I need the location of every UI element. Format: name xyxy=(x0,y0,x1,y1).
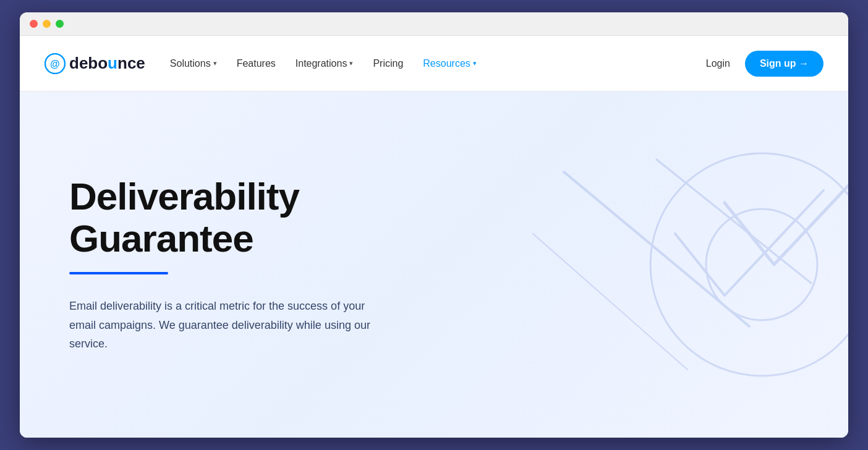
hero-background-decoration xyxy=(440,110,848,419)
traffic-light-green[interactable] xyxy=(56,20,64,28)
browser-chrome xyxy=(20,12,848,36)
nav-link-resources[interactable]: Resources ▾ xyxy=(423,58,476,69)
browser-window: @ debounce Solutions ▾ Features xyxy=(20,12,848,438)
navbar: @ debounce Solutions ▾ Features xyxy=(20,36,848,91)
login-link[interactable]: Login xyxy=(706,58,730,69)
nav-right: Login Sign up → xyxy=(706,51,823,77)
nav-link-features[interactable]: Features xyxy=(237,58,276,69)
nav-item-pricing[interactable]: Pricing xyxy=(373,58,403,69)
hero-underline-decoration xyxy=(69,272,168,274)
nav-links: Solutions ▾ Features Integrations ▾ xyxy=(170,58,477,69)
traffic-light-yellow[interactable] xyxy=(43,20,51,28)
hero-section: Deliverability Guarantee Email deliverab… xyxy=(20,91,848,438)
nav-item-solutions[interactable]: Solutions ▾ xyxy=(170,58,217,69)
chevron-down-icon: ▾ xyxy=(213,59,217,67)
svg-point-2 xyxy=(650,153,848,376)
chevron-down-icon: ▾ xyxy=(473,59,477,67)
nav-link-integrations[interactable]: Integrations ▾ xyxy=(296,58,354,69)
nav-left: @ debounce Solutions ▾ Features xyxy=(45,53,477,74)
nav-link-pricing[interactable]: Pricing xyxy=(373,58,403,69)
logo-text: debounce xyxy=(69,54,145,73)
logo-icon: @ xyxy=(45,53,66,74)
nav-item-integrations[interactable]: Integrations ▾ xyxy=(296,58,354,69)
hero-title: Deliverability Guarantee xyxy=(69,176,428,260)
nav-link-solutions[interactable]: Solutions ▾ xyxy=(170,58,217,69)
logo-link[interactable]: @ debounce xyxy=(45,53,145,74)
nav-item-features[interactable]: Features xyxy=(237,58,276,69)
hero-content: Deliverability Guarantee Email deliverab… xyxy=(69,176,428,354)
nav-item-resources[interactable]: Resources ▾ xyxy=(423,58,476,69)
traffic-light-red[interactable] xyxy=(30,20,38,28)
chevron-down-icon: ▾ xyxy=(349,59,353,67)
svg-text:@: @ xyxy=(50,59,60,69)
signup-button[interactable]: Sign up → xyxy=(745,51,823,77)
hero-description: Email deliverability is a critical metri… xyxy=(69,297,391,354)
